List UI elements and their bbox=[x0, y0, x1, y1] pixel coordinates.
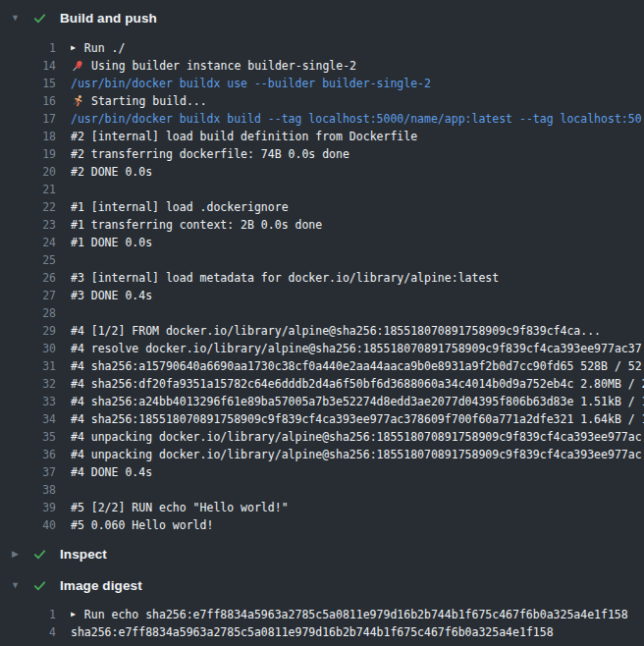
line-text: #2 DONE 0.0s bbox=[71, 163, 644, 181]
log-line: 23#1 transferring context: 2B 0.0s done bbox=[0, 216, 644, 234]
line-text-content: #4 sha256:df20fa9351a15782c64e6dddb2d4a6… bbox=[71, 375, 644, 393]
line-number[interactable]: 21 bbox=[0, 181, 56, 198]
chevron-down-icon[interactable]: ▼ bbox=[8, 581, 23, 590]
log-line: 4sha256:e7ff8834a5963a2785c5a0811e979d16… bbox=[0, 623, 644, 641]
line-text-content: #4 unpacking docker.io/library/alpine@sh… bbox=[71, 446, 642, 463]
line-text-content: Run ./ bbox=[84, 39, 126, 57]
line-number[interactable]: 1 bbox=[0, 39, 56, 57]
log-line: 28 bbox=[0, 304, 644, 322]
log-line: 29#4 [1/2] FROM docker.io/library/alpine… bbox=[0, 322, 644, 340]
line-number[interactable]: 35 bbox=[0, 428, 56, 446]
line-number[interactable]: 37 bbox=[0, 463, 56, 481]
section-header-build-and-push[interactable]: ▼Build and push bbox=[0, 2, 644, 34]
line-text-content: #2 DONE 0.0s bbox=[71, 163, 152, 181]
line-text-content: #4 sha256:a24bb4013296f61e89ba57005a7b3e… bbox=[71, 393, 644, 410]
line-number[interactable]: 28 bbox=[0, 304, 56, 322]
chevron-down-icon[interactable]: ▼ bbox=[8, 14, 23, 23]
line-number[interactable]: 23 bbox=[0, 216, 56, 234]
line-text: #4 sha256:df20fa9351a15782c64e6dddb2d4a6… bbox=[71, 375, 644, 393]
log-lines-image-digest: 1▶Run echo sha256:e7ff8834a5963a2785c5a0… bbox=[0, 601, 644, 645]
line-number[interactable]: 22 bbox=[0, 198, 56, 216]
log-line: 39#5 [2/2] RUN echo "Hello world!" bbox=[0, 499, 644, 516]
line-number[interactable]: 24 bbox=[0, 234, 56, 251]
line-text: #5 0.060 Hello world! bbox=[71, 516, 644, 534]
line-number[interactable]: 27 bbox=[0, 287, 56, 304]
log-line: 18#2 [internal] load build definition fr… bbox=[0, 128, 644, 145]
log-line: 38 bbox=[0, 481, 644, 499]
line-text-content: #2 transferring dockerfile: 74B 0.0s don… bbox=[71, 145, 349, 163]
line-text: /usr/bin/docker buildx use --builder bui… bbox=[71, 75, 644, 92]
log-line: 33#4 sha256:a24bb4013296f61e89ba57005a7b… bbox=[0, 393, 644, 410]
section-header-image-digest[interactable]: ▼Image digest bbox=[0, 569, 644, 601]
line-text-content: /usr/bin/docker buildx use --builder bui… bbox=[71, 75, 431, 92]
check-success-icon bbox=[32, 547, 47, 562]
line-number[interactable]: 31 bbox=[0, 357, 56, 375]
line-text-content: #4 sha256:a15790640a6690aa1730c38cf0a440… bbox=[71, 357, 642, 375]
expand-group-icon[interactable]: ▶ bbox=[71, 611, 76, 619]
log-line: 16Starting build... bbox=[0, 92, 644, 110]
line-text-content: #4 sha256:185518070891758909c9f839cf4ca3… bbox=[71, 410, 644, 428]
line-text bbox=[71, 304, 644, 322]
line-number[interactable]: 32 bbox=[0, 375, 56, 393]
line-text-content: #1 transferring context: 2B 0.0s done bbox=[71, 216, 322, 234]
line-number[interactable]: 4 bbox=[0, 623, 56, 641]
line-text: #1 transferring context: 2B 0.0s done bbox=[71, 216, 644, 234]
line-text-content: /usr/bin/docker buildx build --tag local… bbox=[71, 110, 642, 128]
line-number[interactable]: 39 bbox=[0, 499, 56, 516]
line-number[interactable]: 17 bbox=[0, 110, 56, 128]
log-line: 22#1 [internal] load .dockerignore bbox=[0, 198, 644, 216]
log-line: 21 bbox=[0, 181, 644, 198]
line-number[interactable]: 29 bbox=[0, 322, 56, 340]
line-text-content: #4 DONE 0.4s bbox=[71, 463, 152, 481]
line-text-content: #1 [internal] load .dockerignore bbox=[71, 198, 289, 216]
chevron-right-icon[interactable]: ▶ bbox=[8, 550, 23, 559]
log-line: 1▶Run echo sha256:e7ff8834a5963a2785c5a0… bbox=[0, 606, 644, 623]
line-number[interactable]: 18 bbox=[0, 128, 56, 145]
section-title: Image digest bbox=[60, 578, 142, 593]
log-line: 14Using builder instance builder-single-… bbox=[0, 57, 644, 75]
log-line: 32#4 sha256:df20fa9351a15782c64e6dddb2d4… bbox=[0, 375, 644, 393]
line-text-content: #4 resolve docker.io/library/alpine@sha2… bbox=[71, 340, 642, 357]
line-text: sha256:e7ff8834a5963a2785c5a0811e979d16b… bbox=[71, 623, 644, 641]
line-number[interactable]: 16 bbox=[0, 92, 56, 110]
line-text: #4 sha256:a15790640a6690aa1730c38cf0a440… bbox=[71, 357, 644, 375]
line-number[interactable]: 1 bbox=[0, 606, 56, 623]
line-number[interactable]: 26 bbox=[0, 269, 56, 287]
section-title: Inspect bbox=[60, 547, 107, 562]
expand-group-icon[interactable]: ▶ bbox=[71, 44, 76, 52]
line-text: #4 DONE 0.4s bbox=[71, 463, 644, 481]
check-success-icon bbox=[32, 11, 47, 26]
line-number[interactable]: 25 bbox=[0, 251, 56, 269]
line-number[interactable]: 34 bbox=[0, 410, 56, 428]
line-text: #4 sha256:a24bb4013296f61e89ba57005a7b3e… bbox=[71, 393, 644, 410]
line-text: #4 unpacking docker.io/library/alpine@sh… bbox=[71, 428, 644, 446]
line-number[interactable]: 36 bbox=[0, 446, 56, 463]
line-text bbox=[71, 181, 644, 198]
line-text: #4 resolve docker.io/library/alpine@sha2… bbox=[71, 340, 644, 357]
log-line: 15/usr/bin/docker buildx use --builder b… bbox=[0, 75, 644, 92]
line-text-content: #3 [internal] load metadata for docker.i… bbox=[71, 269, 499, 287]
line-number[interactable]: 15 bbox=[0, 75, 56, 92]
line-text-content: #5 0.060 Hello world! bbox=[71, 516, 213, 534]
line-text: /usr/bin/docker buildx build --tag local… bbox=[71, 110, 644, 128]
line-text: #3 [internal] load metadata for docker.i… bbox=[71, 269, 644, 287]
line-text-content: Using builder instance builder-single-2 bbox=[91, 57, 356, 75]
line-text-content: #1 DONE 0.0s bbox=[71, 234, 152, 251]
line-number[interactable]: 40 bbox=[0, 516, 56, 534]
line-number[interactable]: 33 bbox=[0, 393, 56, 410]
log-line: 36#4 unpacking docker.io/library/alpine@… bbox=[0, 446, 644, 463]
section-header-inspect[interactable]: ▶Inspect bbox=[0, 538, 644, 569]
line-number[interactable]: 38 bbox=[0, 481, 56, 499]
line-number[interactable]: 30 bbox=[0, 340, 56, 357]
line-text: Using builder instance builder-single-2 bbox=[71, 57, 644, 75]
log-line: 30#4 resolve docker.io/library/alpine@sh… bbox=[0, 340, 644, 357]
log-line: 17/usr/bin/docker buildx build --tag loc… bbox=[0, 110, 644, 128]
line-number[interactable]: 14 bbox=[0, 57, 56, 75]
log-line: 1▶Run ./ bbox=[0, 39, 644, 57]
log-line: 19#2 transferring dockerfile: 74B 0.0s d… bbox=[0, 145, 644, 163]
runner-icon bbox=[71, 94, 84, 108]
line-text bbox=[71, 251, 644, 269]
line-text: Starting build... bbox=[71, 92, 644, 110]
line-number[interactable]: 20 bbox=[0, 163, 56, 181]
line-number[interactable]: 19 bbox=[0, 145, 56, 163]
